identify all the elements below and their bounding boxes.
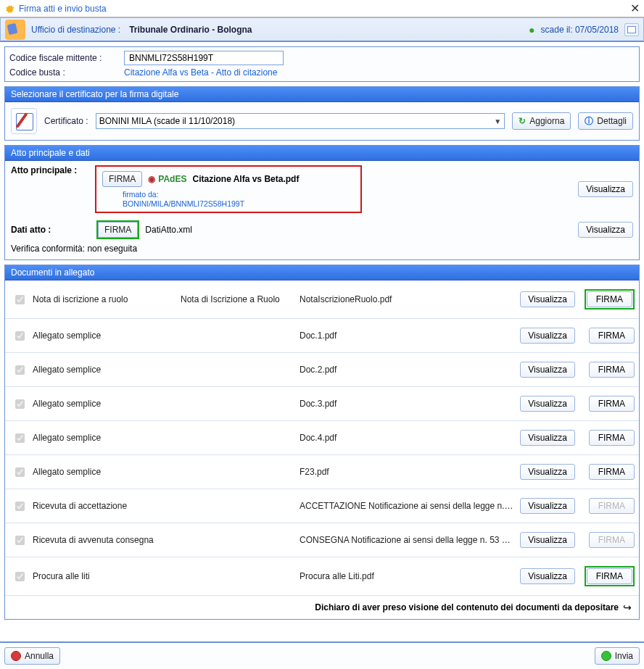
document-visualizza-button[interactable]: Visualizza [520,396,575,412]
document-visualizza-button[interactable]: Visualizza [520,291,575,307]
refresh-label: Aggiorna [529,116,564,126]
document-firma-cell: FIRMA [578,430,635,446]
document-checkbox[interactable] [15,502,25,511]
document-actions: Visualizza [517,362,575,378]
document-row: Ricevuta di avvenuta consegnaCONSEGNA No… [5,523,639,557]
document-type: Allegato semplice [33,399,178,409]
document-row: Allegato sempliceDoc.3.pdfVisualizzaFIRM… [5,387,639,421]
document-checkbox[interactable] [15,295,25,304]
cf-label: Codice fiscale mittente : [9,53,124,63]
document-firma-cell: FIRMA [578,566,635,586]
document-checkbox-cell [9,329,30,343]
cancel-button[interactable]: Annulla [4,647,60,665]
atto-main-label: Atto principale : [11,165,91,175]
document-actions: Visualizza [517,291,575,307]
document-firma-cell: FIRMA [578,396,635,412]
document-firma-cell: FIRMA [578,328,635,344]
document-checkbox-cell [9,293,30,307]
certificate-label: Certificato : [44,116,88,126]
document-type: Allegato semplice [33,331,178,341]
document-visualizza-button[interactable]: Visualizza [520,498,575,514]
document-checkbox[interactable] [15,468,25,477]
document-firma-button[interactable]: FIRMA [587,291,632,307]
busta-link[interactable]: Citazione Alfa vs Beta - Atto di citazio… [124,67,277,78]
dati-atto-firma-button[interactable]: FIRMA [98,222,138,238]
document-visualizza-button[interactable]: Visualizza [520,328,575,344]
title-bar: Firma atti e invio busta ✕ [0,0,644,17]
document-firma-button[interactable]: FIRMA [589,362,635,378]
document-visualizza-button[interactable]: Visualizza [520,532,575,548]
destination-value: Tribunale Ordinario - Bologna [129,25,252,35]
details-button[interactable]: ⓘ Dettagli [578,112,633,130]
window-title: Firma atti e invio busta [19,4,107,14]
atto-main-highlight: FIRMA ◉ PAdES Citazione Alfa vs Beta.pdf… [95,165,362,213]
verify-status: Verifica conformità: non eseguita [11,244,633,254]
document-actions: Visualizza [517,328,575,344]
document-visualizza-button[interactable]: Visualizza [520,464,575,480]
document-type: Allegato semplice [33,433,178,443]
dati-atto-visualizza-button[interactable]: Visualizza [578,222,633,238]
atto-main-visualizza-button[interactable]: Visualizza [578,181,633,197]
document-checkbox[interactable] [15,433,25,443]
dati-atto-label: Dati atto : [11,225,91,235]
document-actions: Visualizza [517,532,575,548]
expiry-label: scade il: 07/05/2018 [541,25,619,35]
busta-label: Codice busta : [9,67,124,78]
certificate-select[interactable]: BONINI MILA (scade il 11/10/2018) ▼ [96,113,505,129]
firma-highlight: FIRMA [585,566,635,586]
certificate-panel: Selezionare il certificato per la firma … [4,86,640,141]
document-actions: Visualizza [517,464,575,480]
status-check-icon: ● [529,24,534,36]
sender-panel: Codice fiscale mittente : BNNMLI72S58H19… [4,46,640,82]
document-actions: Visualizza [517,396,575,412]
document-checkbox-cell [9,499,30,513]
document-actions: Visualizza [517,498,575,514]
document-checkbox-cell [9,570,30,583]
document-row: Allegato sempliceDoc.2.pdfVisualizzaFIRM… [5,353,639,387]
document-visualizza-button[interactable]: Visualizza [520,430,575,446]
document-firma-cell: FIRMA [578,532,635,548]
signature-icon [11,108,37,134]
document-type: Allegato semplice [33,467,178,477]
firmato-value: BONINI/MILA/BNNMLI72S58H199T [123,199,244,208]
certificate-header: Selezionare il certificato per la firma … [5,87,639,102]
document-file: Procura alle Liti.pdf [300,571,514,581]
document-firma-button[interactable]: FIRMA [589,396,635,412]
document-firma-button: FIRMA [589,498,635,514]
document-row: Nota di iscrizione a ruoloNota di Iscriz… [5,281,639,319]
document-checkbox[interactable] [15,331,25,341]
document-type: Allegato semplice [33,365,178,375]
document-row: Ricevuta di accettazioneACCETTAZIONE Not… [5,489,639,523]
document-file: ACCETTAZIONE Notificazione ai sensi dell… [300,501,514,511]
destination-label: Ufficio di destinazione : [31,25,120,35]
document-checkbox-cell [9,533,30,547]
cf-input[interactable]: BNNMLI72S58H199T [124,51,284,65]
dati-atto-file: DatiAtto.xml [145,225,192,235]
document-checkbox[interactable] [15,536,25,545]
document-actions: Visualizza [517,568,575,584]
document-type: Procura alle liti [33,571,178,581]
atto-main-firma-button[interactable]: FIRMA [102,171,142,187]
atto-panel: Atto principale e dati Atto principale :… [4,145,640,260]
document-type: Ricevuta di accettazione [33,501,178,511]
document-visualizza-button[interactable]: Visualizza [520,362,575,378]
document-file: Doc.1.pdf [300,331,514,341]
refresh-button[interactable]: ↻ Aggiorna [512,112,571,130]
document-firma-button[interactable]: FIRMA [589,430,635,446]
document-visualizza-button[interactable]: Visualizza [520,568,575,584]
detail-view-icon[interactable] [624,23,639,36]
exit-icon[interactable]: ↪ [623,602,632,613]
document-checkbox-cell [9,431,30,445]
document-checkbox[interactable] [15,399,25,409]
close-icon[interactable]: ✕ [630,1,640,15]
details-label: Dettagli [597,116,627,126]
document-firma-button[interactable]: FIRMA [589,328,635,344]
document-checkbox[interactable] [15,572,25,581]
document-checkbox[interactable] [15,365,25,375]
document-firma-button[interactable]: FIRMA [587,568,632,584]
atto-main-file: Citazione Alfa vs Beta.pdf [192,174,299,184]
send-button[interactable]: Invia [595,647,640,665]
document-firma-button[interactable]: FIRMA [589,464,635,480]
bottom-bar: Annulla Invia [0,641,644,669]
documents-panel: Documenti in allegato Nota di iscrizione… [4,265,640,620]
